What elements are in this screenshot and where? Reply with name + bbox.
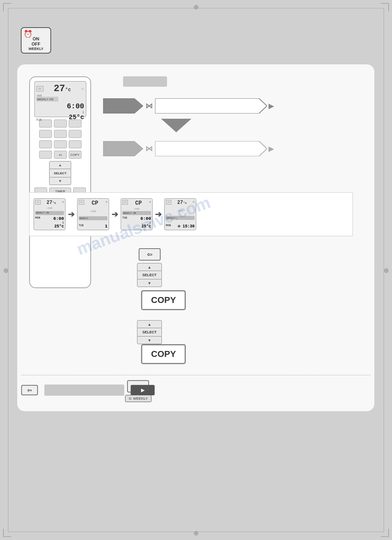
lcd-sequence-box: □ 27°c ☼ ⬦(ω) WEEKLY ON MON 6:00 1 25°c … xyxy=(29,192,353,236)
lcd-set-temp: 25°c xyxy=(69,114,84,121)
select-label-1: SELECT xyxy=(137,271,162,279)
transfer-button-1[interactable]: ⇦ xyxy=(139,248,161,261)
on-label: ON xyxy=(33,36,40,41)
svg-marker-1 xyxy=(155,98,267,114)
arrow-right-2: ▶ xyxy=(269,144,274,153)
arrow-right-1: ▶ xyxy=(269,102,274,110)
lcd-day: TUE xyxy=(36,118,42,121)
off-label: OFF xyxy=(32,42,40,46)
lcd-mode-symbol: ☼ xyxy=(81,87,84,90)
bottom-next-btn[interactable]: ▶ xyxy=(131,385,155,395)
remote-transfer-btn[interactable]: ⇦ xyxy=(54,151,67,159)
lcd-bottom-row: WEEKLY ON TUE 6:00 1 25°c xyxy=(36,97,84,121)
seq-arrow-2: ➔ xyxy=(111,209,118,219)
clock-icon: ⏰ xyxy=(24,30,32,38)
select-label-2: SELECT xyxy=(137,328,162,336)
arrow-outlined-long xyxy=(155,98,267,114)
center-mark-right: ⊕ xyxy=(384,266,389,274)
remote-btn-9 xyxy=(69,140,82,148)
corner-tr xyxy=(381,3,389,11)
center-mark-bottom: ⊕ xyxy=(193,529,199,537)
down-arrow xyxy=(161,119,191,132)
lcd-fan-row: ⬦(ω) xyxy=(36,94,84,97)
main-panel: □ 27°c ☼ ⬦(ω) WEEKLY ON TUE 6:00 1 25°c xyxy=(17,64,375,412)
dashed-separator xyxy=(21,375,370,375)
arrow-filled-light xyxy=(103,141,143,156)
corner-tl xyxy=(3,3,11,11)
select-down-1[interactable]: ▼ xyxy=(137,279,162,287)
bottom-transfer-button[interactable]: ⇦ xyxy=(21,385,38,395)
seq-arrow-3: ➔ xyxy=(155,209,162,219)
arrow-filled-dark xyxy=(103,98,143,114)
remote-copy-btn[interactable]: COPY xyxy=(69,151,82,159)
svg-marker-3 xyxy=(155,141,267,156)
remote-btn-row-4: ⇦ COPY xyxy=(33,151,87,159)
zigzag-2: ⋈ xyxy=(145,144,153,153)
corner-br xyxy=(381,529,389,537)
svg-marker-0 xyxy=(103,98,143,114)
arrow-row-1: ⋈ ▶ xyxy=(103,98,274,114)
remote-select-down[interactable]: ▼ xyxy=(49,177,71,185)
select-button-2: ▲ SELECT ▼ xyxy=(137,320,162,344)
remote-btn-row-2 xyxy=(33,130,87,138)
select-up-2[interactable]: ▲ xyxy=(137,320,162,328)
remote-btn-5 xyxy=(54,130,67,138)
remote-control: □ 27°c ☼ ⬦(ω) WEEKLY ON TUE 6:00 1 25°c xyxy=(29,76,91,288)
select-button-1: ▲ SELECT ▼ xyxy=(137,263,162,287)
mini-lcd-3: □ CP ☼ ⬦(ω) WEEKLY ON TUE 6:00 1 25°c xyxy=(121,198,153,230)
lcd-step: 1 xyxy=(82,110,84,114)
copy-button-1[interactable]: COPY xyxy=(141,290,186,310)
bottom-gray-bar xyxy=(44,385,124,396)
remote-btn-row-3 xyxy=(33,140,87,148)
lcd-weekly-bar: WEEKLY ON xyxy=(36,97,58,102)
lcd-mode-icon: □ xyxy=(36,86,44,92)
bottom-section: ⇦ ▶ xyxy=(21,380,370,400)
corner-bl xyxy=(3,529,11,537)
lcd-top-row: □ 27°c ☼ xyxy=(36,83,84,94)
remote-btn-4 xyxy=(39,130,52,138)
step1-group: ⇦ ▲ SELECT ▼ xyxy=(137,248,162,287)
lcd-temperature: 27°c xyxy=(54,83,71,94)
copy-button-2[interactable]: COPY xyxy=(141,344,186,364)
select-up-1[interactable]: ▲ xyxy=(137,263,162,271)
remote-lcd: □ 27°c ☼ ⬦(ω) WEEKLY ON TUE 6:00 1 25°c xyxy=(34,81,86,117)
weekly-label: WEEKLY xyxy=(28,47,44,51)
mini-lcd-4: □ 27°c ☼ ⬦(ω) WEEKLY MON ⊙ 15:30 xyxy=(164,198,196,230)
mini-lcd-2: □ CP ☼ ⬦(ω) WEEKLY TUE 1 xyxy=(77,198,109,230)
lcd-time: 6:00 xyxy=(67,102,84,110)
on-off-weekly-button[interactable]: ⏰ ON OFF WEEKLY xyxy=(21,27,51,54)
label-bar-top xyxy=(123,76,167,87)
arrow-outlined-light xyxy=(155,141,267,156)
copy-button-1-container: COPY xyxy=(141,290,186,310)
mini-lcd-1: □ 27°c ☼ ⬦(ω) WEEKLY ON MON 6:00 1 25°c xyxy=(34,198,66,230)
remote-btn-8 xyxy=(54,140,67,148)
remote-btn-6 xyxy=(69,130,82,138)
next-icon: ▶ xyxy=(141,387,145,393)
zigzag-1: ⋈ xyxy=(145,102,153,110)
copy-button-2-container: COPY xyxy=(141,344,186,364)
center-mark-top: ⊕ xyxy=(193,3,199,11)
remote-select-label: SELECT xyxy=(49,169,71,177)
select-down-2[interactable]: ▼ xyxy=(137,336,162,344)
arrow-row-2: ⋈ ▶ xyxy=(103,141,274,156)
remote-btn-7 xyxy=(39,140,52,148)
remote-select-up[interactable]: ▲ xyxy=(49,161,71,169)
center-mark-left: ⊕ xyxy=(3,266,8,274)
remote-btn-10 xyxy=(39,151,52,159)
step2-group: ▲ SELECT ▼ xyxy=(137,320,162,344)
arrow-diagram: ⋈ ▶ ⋈ xyxy=(103,76,363,188)
seq-arrow-1: ➔ xyxy=(68,209,75,219)
remote-select-group: ▲ SELECT ▼ xyxy=(48,161,72,185)
svg-marker-2 xyxy=(103,141,143,156)
